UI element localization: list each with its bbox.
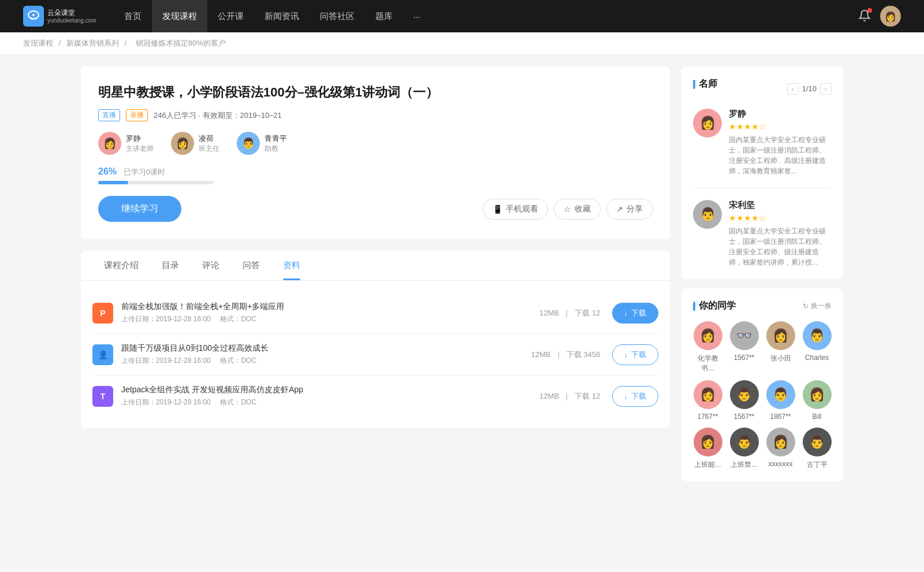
teacher-1: 👩 凌荷 班主任 (171, 132, 219, 155)
nav-news[interactable]: 新闻资讯 (254, 0, 310, 32)
teachers-header: 名师 ‹ 1/10 › (693, 78, 832, 99)
classmate-avatar-4[interactable]: 👩 (694, 380, 722, 409)
classmate-avatar-5[interactable]: 👨 (730, 380, 759, 409)
classmate-avatar-2[interactable]: 👩 (766, 321, 795, 350)
page-count: 1/10 (802, 84, 817, 93)
classmate-avatar-8[interactable]: 👩 (694, 428, 722, 456)
resource-icon-1: 👤 (92, 344, 113, 365)
classmate-0: 👩 化学教书... (693, 321, 722, 373)
classmate-6: 👨 1867** (766, 380, 795, 421)
classmate-avatar-9[interactable]: 👨 (730, 428, 759, 456)
nav-items: 首页 发现课程 公开课 新闻资讯 问答社区 题库 ··· (114, 0, 858, 32)
classmate-8: 👩 上班能... (693, 428, 722, 470)
teacher-sidebar-stars-0: ★★★★☆ (729, 122, 832, 131)
nav-discover[interactable]: 发现课程 (152, 0, 207, 32)
teacher-0-info: 罗静 主讲老师 (126, 133, 154, 154)
sidebar-right: 名师 ‹ 1/10 › 👩 罗静 ★★★★☆ 国内某重点大学安全工程专业硕士，国… (681, 66, 843, 491)
teacher-0-role: 主讲老师 (126, 144, 154, 154)
download-button-2[interactable]: ↓ 下载 (612, 386, 659, 407)
classmate-name-3: Charles (805, 354, 829, 362)
phone-watch-label: 手机观看 (506, 204, 538, 214)
tab-resources[interactable]: 资料 (271, 251, 312, 280)
resource-info-0: 前端全栈加强版！前端全栈+全周期+多端应用 上传日期：2019-12-28 16… (121, 302, 539, 324)
nav-right: 👩 (858, 6, 901, 27)
refresh-classmates-button[interactable]: ↻ 换一换 (803, 301, 832, 311)
tab-contents[interactable]: 目录 (150, 251, 191, 280)
tab-reviews[interactable]: 评论 (191, 251, 231, 280)
classmate-avatar-6[interactable]: 👨 (766, 380, 795, 409)
classmate-avatar-10[interactable]: 👩 (766, 428, 795, 456)
nav-open[interactable]: 公开课 (207, 0, 254, 32)
classmate-11: 👨 古丁平 (802, 428, 832, 470)
tab-qa[interactable]: 问答 (231, 251, 271, 280)
collect-button[interactable]: ☆ 收藏 (554, 199, 601, 220)
download-button-1[interactable]: ↓ 下载 (612, 344, 659, 365)
resource-title-2: Jetpack全组件实战 开发短视频应用高仿皮皮虾App (121, 385, 539, 395)
nav-qa[interactable]: 问答社区 (310, 0, 365, 32)
resource-icon-0: P (92, 303, 113, 324)
progress-bar-bg (98, 181, 214, 184)
course-actions: 继续学习 📱 手机观看 ☆ 收藏 ↗ 分享 (98, 196, 653, 222)
notification-bell[interactable] (858, 9, 871, 24)
classmate-name-7: Bill (812, 413, 821, 421)
teacher-1-role: 班主任 (199, 144, 219, 154)
resource-item-0: P 前端全栈加强版！前端全栈+全周期+多端应用 上传日期：2019-12-28 … (92, 292, 658, 334)
classmate-avatar-1[interactable]: 👓 (730, 321, 759, 350)
teacher-2-info: 青青平 助教 (264, 133, 287, 154)
teacher-2-name: 青青平 (264, 133, 287, 144)
breadcrumb-discover[interactable]: 发现课程 (23, 39, 53, 47)
resource-icon-2: T (92, 386, 113, 407)
phone-watch-button[interactable]: 📱 手机观看 (483, 199, 548, 220)
share-icon: ↗ (616, 205, 623, 214)
resource-title-1: 跟随千万级项目从0到100全过程高效成长 (121, 343, 531, 354)
teacher-2-avatar: 👨 (237, 132, 260, 155)
classmate-avatar-3[interactable]: 👨 (803, 321, 832, 350)
classmate-name-5: 1567** (733, 413, 754, 421)
download-icon-2: ↓ (624, 392, 628, 400)
teacher-sidebar-name-1: 宋利坚 (729, 200, 832, 211)
nav-home[interactable]: 首页 (114, 0, 152, 32)
logo[interactable]: 云朵课堂 yunduoketang.com (23, 6, 96, 27)
star-icon: ☆ (564, 205, 571, 214)
classmate-name-6: 1867** (770, 413, 791, 421)
tab-intro[interactable]: 课程介绍 (92, 251, 150, 280)
course-stats: 246人已学习 · 有效期至：2019–10–21 (154, 110, 282, 121)
classmate-avatar-7[interactable]: 👩 (803, 380, 832, 409)
page-next-btn[interactable]: › (820, 83, 832, 95)
classmates-card: 你的同学 ↻ 换一换 👩 化学教书... 👓 1567** 👩 张小田 (681, 288, 843, 481)
classmate-1: 👓 1567** (729, 321, 759, 373)
classmate-2: 👩 张小田 (766, 321, 795, 373)
user-avatar[interactable]: 👩 (880, 6, 901, 27)
teacher-sidebar-desc-1: 国内某重点大学安全工程专业硕士，国家一级注册消防工程师、注册安全工程师、级注册建… (729, 226, 832, 268)
breadcrumb: 发现课程 / 新媒体营销系列 / 销冠修炼术搞定80%的客户 (0, 32, 924, 55)
resource-stats-2: 12MB ｜ 下载 12 (539, 391, 601, 402)
notification-dot (867, 8, 872, 13)
nav-quiz[interactable]: 题库 (365, 0, 403, 32)
download-icon-1: ↓ (624, 350, 628, 359)
collect-label: 收藏 (575, 204, 591, 214)
teachers-title: 名师 (693, 78, 717, 90)
page-prev-btn[interactable]: ‹ (787, 83, 799, 95)
classmates-title: 你的同学 (693, 300, 736, 312)
classmate-name-8: 上班能... (694, 460, 721, 470)
teacher-1-name: 凌荷 (199, 133, 219, 144)
breadcrumb-series[interactable]: 新媒体营销系列 (66, 39, 119, 47)
teacher-sidebar-stars-1: ★★★★☆ (729, 213, 832, 222)
progress-bar-fill (98, 181, 128, 184)
refresh-icon: ↻ (803, 302, 808, 310)
classmate-avatar-0[interactable]: 👩 (694, 321, 722, 350)
phone-icon: 📱 (493, 205, 502, 214)
classmate-5: 👨 1567** (729, 380, 759, 421)
continue-learning-button[interactable]: 继续学习 (98, 196, 181, 222)
main-wrapper: 明星中教授课，小学阶段语法100分–强化级第1讲动词（一） 直播 录播 246人… (58, 55, 866, 502)
resource-info-1: 跟随千万级项目从0到100全过程高效成长 上传日期：2019-12-28 16:… (121, 343, 531, 366)
download-button-0[interactable]: ↓ 下载 (612, 303, 659, 324)
tag-live: 直播 (98, 109, 120, 121)
teacher-sidebar-desc-0: 国内某重点大学安全工程专业硕士，国家一级注册消防工程师、注册安全工程师、高级注册… (729, 135, 832, 176)
teacher-1-info: 凌荷 班主任 (199, 133, 219, 154)
classmate-avatar-11[interactable]: 👨 (803, 428, 832, 456)
teachers-pagination: ‹ 1/10 › (787, 83, 832, 95)
classmate-name-1: 1567** (733, 354, 754, 362)
nav-more[interactable]: ··· (403, 0, 431, 32)
share-button[interactable]: ↗ 分享 (606, 199, 653, 220)
